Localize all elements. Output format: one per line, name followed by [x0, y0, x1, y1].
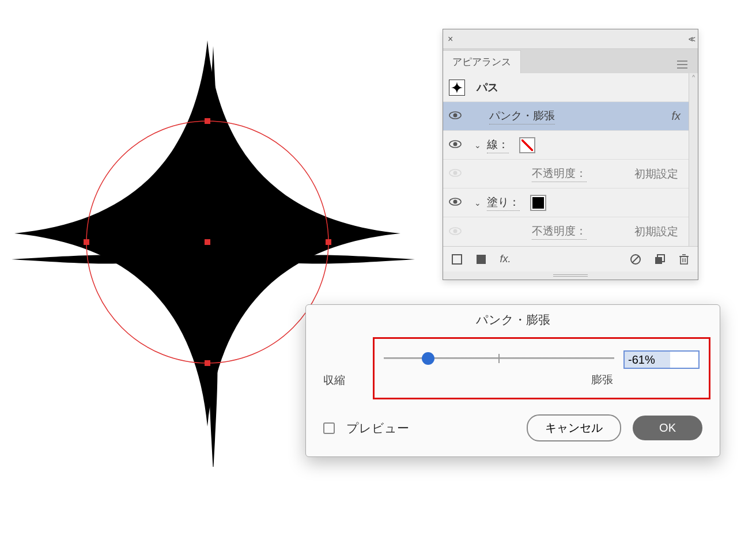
row-effect-pucker-bloat[interactable]: パンク・膨張 fx: [443, 102, 698, 131]
path-label: パス: [477, 80, 498, 95]
preview-label: プレビュー: [346, 420, 409, 436]
opacity-label: 不透明度：: [532, 166, 587, 182]
new-fill-icon[interactable]: [474, 252, 488, 266]
expand-label: 膨張: [384, 372, 700, 387]
svg-point-15: [453, 229, 458, 233]
dialog-title: パンク・膨張: [306, 305, 720, 334]
svg-rect-3: [84, 239, 89, 245]
visibility-icon[interactable]: [449, 225, 464, 239]
panel-footer: fx.: [443, 246, 698, 271]
value-input[interactable]: [623, 350, 700, 369]
slider-thumb[interactable]: [422, 352, 434, 365]
clear-icon[interactable]: [629, 252, 642, 266]
chevron-down-icon[interactable]: ⌄: [474, 141, 487, 150]
fx-icon[interactable]: fx: [671, 110, 681, 123]
highlight-box: 膨張: [373, 337, 710, 399]
visibility-icon[interactable]: [449, 138, 464, 152]
row-stroke-opacity[interactable]: 不透明度： 初期設定: [443, 160, 698, 188]
ok-button[interactable]: OK: [633, 416, 702, 440]
panel-menu-icon[interactable]: [672, 56, 692, 73]
chevron-down-icon[interactable]: ⌄: [474, 198, 487, 207]
visibility-icon[interactable]: [449, 110, 464, 123]
tab-appearance[interactable]: アピアランス: [443, 50, 521, 73]
effect-label: パンク・膨張: [489, 108, 555, 124]
svg-line-19: [632, 256, 639, 263]
svg-rect-5: [205, 239, 210, 245]
duplicate-icon[interactable]: [653, 252, 667, 266]
close-icon[interactable]: ×: [448, 34, 453, 44]
row-stroke[interactable]: ⌄ 線：: [443, 131, 698, 160]
fill-label: 塗り：: [487, 195, 520, 211]
row-fill-opacity[interactable]: 不透明度： 初期設定: [443, 217, 698, 246]
collapse-icon[interactable]: <<: [689, 35, 693, 44]
opacity-label: 不透明度：: [532, 224, 587, 240]
pucker-bloat-dialog: パンク・膨張 収縮 膨張 プレビュー キャンセル OK: [305, 304, 720, 457]
resize-gripper[interactable]: [443, 271, 698, 280]
svg-point-11: [453, 171, 458, 175]
svg-point-9: [453, 142, 458, 146]
opacity-value: 初期設定: [634, 167, 678, 182]
svg-rect-4: [326, 239, 331, 245]
new-stroke-icon[interactable]: [450, 252, 464, 266]
fill-swatch-black[interactable]: [530, 195, 546, 211]
scrollbar[interactable]: ^: [689, 73, 698, 246]
trash-icon[interactable]: [677, 252, 691, 266]
svg-rect-1: [205, 118, 210, 124]
slider[interactable]: [384, 346, 700, 372]
svg-rect-2: [205, 360, 210, 366]
svg-point-7: [453, 114, 458, 118]
svg-rect-20: [655, 257, 662, 264]
stroke-swatch-none[interactable]: [519, 137, 535, 153]
preview-checkbox[interactable]: [323, 422, 335, 434]
opacity-value: 初期設定: [634, 224, 678, 239]
path-thumbnail-icon: [449, 80, 465, 96]
svg-rect-17: [477, 255, 486, 264]
cancel-button[interactable]: キャンセル: [527, 414, 621, 441]
row-fill[interactable]: ⌄ 塗り：: [443, 188, 698, 217]
stroke-label: 線：: [487, 137, 509, 153]
svg-point-13: [453, 200, 458, 204]
add-effect-icon[interactable]: fx.: [498, 252, 512, 266]
shrink-label: 収縮: [323, 373, 345, 388]
row-path[interactable]: パス: [443, 73, 698, 102]
visibility-icon[interactable]: [449, 167, 464, 180]
svg-rect-16: [452, 255, 462, 264]
appearance-panel: × << アピアランス ^ パス パンク・膨張 fx ⌄: [443, 29, 698, 280]
visibility-icon[interactable]: [449, 196, 464, 209]
